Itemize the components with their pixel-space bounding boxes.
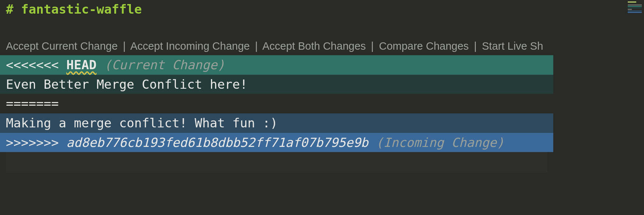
separator-marker: ======= — [6, 96, 59, 111]
conflict-separator: ======= — [0, 94, 553, 113]
conflict-incoming-content: Making a merge conflict! What fun :) — [0, 113, 553, 133]
head-marker: <<<<<<< — [6, 57, 59, 72]
minimap[interactable] — [628, 1, 642, 11]
minimap-row — [628, 6, 642, 7]
accept-both-changes-link[interactable]: Accept Both Changes — [262, 40, 366, 52]
minimap-row — [628, 10, 642, 11]
markdown-heading: # fantastic-waffle — [0, 0, 553, 19]
codelens-separator: | — [123, 40, 126, 52]
minimap-row — [628, 1, 636, 3]
accept-incoming-change-link[interactable]: Accept Incoming Change — [130, 40, 250, 52]
conflict-current-content: Even Better Merge Conflict here! — [0, 75, 553, 94]
codelens-separator: | — [255, 40, 258, 52]
heading-text: fantastic-waffle — [21, 2, 142, 17]
blank-line — [0, 19, 553, 38]
codelens-separator: | — [474, 40, 477, 52]
start-live-share-link[interactable]: Start Live Sh — [482, 40, 543, 52]
current-annotation: (Current Change) — [104, 57, 225, 72]
minimap-row — [628, 12, 642, 13]
minimap-row — [628, 3, 642, 4]
incoming-commit-hash: ad8eb776cb193fed61b8dbb52ff71af07b795e9b — [66, 135, 368, 150]
minimap-row — [628, 9, 632, 10]
merge-codelens: Accept Current Change | Accept Incoming … — [0, 38, 553, 55]
head-ref: HEAD — [66, 57, 97, 72]
accept-current-change-link[interactable]: Accept Current Change — [6, 40, 118, 52]
editor-pane[interactable]: # fantastic-waffle Accept Current Change… — [0, 0, 553, 173]
incoming-annotation: (Incoming Change) — [376, 135, 504, 150]
conflict-incoming-footer: >>>>>>> ad8eb776cb193fed61b8dbb52ff71af0… — [0, 133, 553, 152]
minimap-row — [628, 4, 642, 6]
codelens-separator: | — [371, 40, 374, 52]
empty-line-highlight — [6, 152, 547, 173]
incoming-marker: >>>>>>> — [6, 135, 59, 150]
conflict-current-header: <<<<<<< HEAD (Current Change) — [0, 55, 553, 75]
compare-changes-link[interactable]: Compare Changes — [379, 40, 468, 52]
heading-hash: # — [6, 2, 13, 17]
minimap-row — [628, 7, 642, 8]
